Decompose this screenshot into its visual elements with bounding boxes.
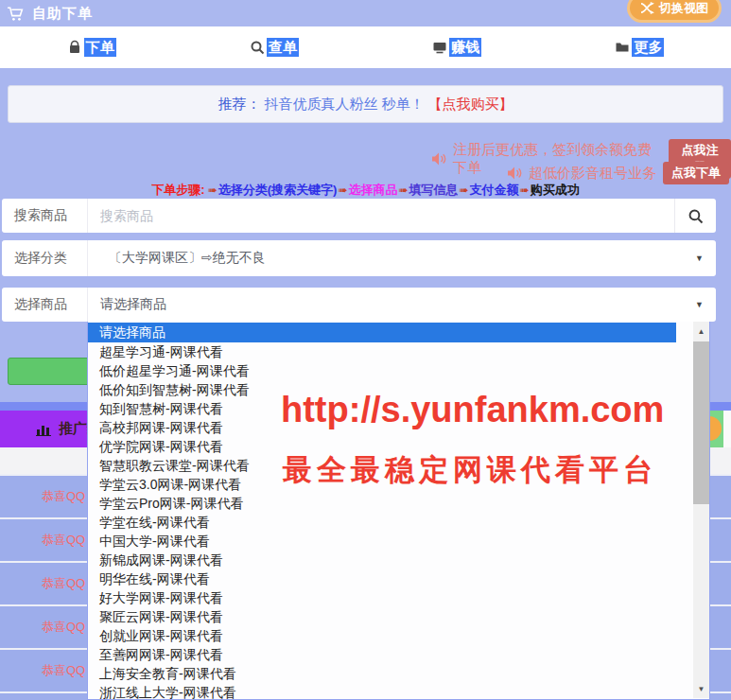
congrat-text: 恭喜QQ bbox=[42, 606, 85, 648]
dropdown-option[interactable]: 创就业网课-网课代看 bbox=[88, 626, 676, 645]
chevron-down-icon: ▼ bbox=[695, 254, 704, 263]
search-icon bbox=[687, 208, 704, 224]
dropdown-scrollbar[interactable]: ▲ ▼ bbox=[693, 322, 709, 698]
product-value: 请选择商品 bbox=[88, 296, 695, 313]
monitor-icon bbox=[432, 40, 447, 55]
scroll-down-icon[interactable]: ▼ bbox=[693, 679, 709, 698]
shuffle-icon bbox=[640, 2, 654, 14]
nav-item-order[interactable]: 下单 bbox=[0, 26, 183, 68]
step-arrow-icon: ➠ bbox=[338, 184, 347, 197]
congrat-text: 恭喜QQ bbox=[42, 650, 85, 691]
dropdown-option[interactable]: 好大学网课-网课代看 bbox=[88, 588, 676, 607]
chevron-down-icon: ▼ bbox=[695, 300, 704, 309]
dropdown-option[interactable]: 明华在线-网课代看 bbox=[88, 569, 676, 588]
speaker-icon bbox=[431, 152, 446, 166]
dropdown-option[interactable]: 至善网网课-网课代看 bbox=[88, 645, 676, 664]
nav-bar: 下单 查单 赚钱 更多 bbox=[0, 26, 731, 68]
watermark-url: http://s.yunfankm.com bbox=[281, 390, 664, 430]
nav-label-order: 下单 bbox=[84, 38, 116, 57]
product-dropdown: 请选择商品 超星学习通-网课代看 低价超星学习通-网课代看 低价知到智慧树-网课… bbox=[87, 322, 710, 700]
step-arrow-icon: ➠ bbox=[460, 184, 469, 197]
watermark-slogan: 最全最稳定网课代看平台 bbox=[283, 450, 657, 490]
congrat-text: 恭喜QQ bbox=[42, 519, 85, 561]
search-icon bbox=[250, 40, 265, 55]
step-arrow-icon: ➠ bbox=[208, 184, 218, 197]
scroll-up-icon[interactable]: ▲ bbox=[693, 322, 709, 341]
step-5: 购买成功 bbox=[531, 183, 580, 197]
dropdown-option[interactable]: 学堂云Pro网课-网课代看 bbox=[88, 494, 676, 513]
promo-prefix: 推荐： bbox=[218, 96, 260, 114]
switch-view-label: 切换视图 bbox=[659, 0, 708, 17]
notice-rent-text: 超低价影音租号业务 bbox=[529, 165, 656, 183]
dropdown-option-selected[interactable]: 请选择商品 bbox=[88, 323, 676, 342]
step-arrow-icon: ➠ bbox=[520, 184, 530, 197]
header-bar: 自助下单 bbox=[0, 0, 731, 26]
step-1: 选择分类(搜索关键字) bbox=[218, 183, 338, 197]
promo-bar: 推荐： 抖音优质真人粉丝 秒单！ 【点我购买】 bbox=[8, 85, 723, 123]
nav-item-more[interactable]: 更多 bbox=[548, 26, 731, 68]
bar-chart-icon bbox=[36, 423, 51, 436]
nav-label-check: 查单 bbox=[267, 38, 299, 57]
promo-text: 抖音优质真人粉丝 秒单！ bbox=[264, 96, 424, 114]
category-label: 选择分类 bbox=[2, 240, 88, 276]
promo-buy-link[interactable]: 【点我购买】 bbox=[428, 96, 513, 114]
dropdown-option[interactable]: 学堂在线-网课代看 bbox=[88, 513, 676, 532]
category-value: 〔大学网课区〕⇨绝无不良 bbox=[88, 250, 695, 267]
congrat-text: 恭喜QQ bbox=[42, 476, 85, 517]
step-arrow-icon: ➠ bbox=[398, 184, 408, 197]
order-steps: 下单步骤:➠选择分类(搜索关键字)➠选择商品➠填写信息➠支付金额➠购买成功 bbox=[0, 182, 731, 199]
dropdown-option[interactable]: 低价超星学习通-网课代看 bbox=[88, 361, 676, 380]
dropdown-option[interactable]: 新锦成网课-网课代看 bbox=[88, 551, 676, 569]
switch-view-button[interactable]: 切换视图 bbox=[627, 0, 722, 23]
dropdown-option[interactable]: 浙江线上大学-网课代看 bbox=[88, 683, 676, 700]
page: 自助下单 切换视图 下单 查 bbox=[0, 0, 731, 700]
step-2: 选择商品 bbox=[348, 183, 397, 197]
bag-icon bbox=[67, 40, 82, 55]
search-label: 搜索商品 bbox=[2, 199, 88, 233]
cart-icon bbox=[7, 6, 25, 22]
step-4: 支付金额 bbox=[470, 183, 519, 197]
nav-item-check[interactable]: 查单 bbox=[183, 26, 365, 68]
product-label: 选择商品 bbox=[2, 288, 88, 322]
nav-label-more: 更多 bbox=[632, 38, 664, 57]
search-input[interactable] bbox=[88, 207, 674, 224]
dropdown-option[interactable]: 聚匠云网课-网课代看 bbox=[88, 607, 676, 626]
product-select[interactable]: 选择商品 请选择商品 ▼ bbox=[2, 288, 716, 322]
search-button[interactable] bbox=[674, 199, 716, 233]
scrollbar-thumb[interactable] bbox=[693, 341, 709, 504]
folder-icon bbox=[615, 40, 630, 55]
dropdown-option[interactable]: 超星学习通-网课代看 bbox=[88, 342, 676, 361]
steps-label: 下单步骤: bbox=[151, 183, 204, 197]
nav-item-earn[interactable]: 赚钱 bbox=[366, 26, 548, 68]
page-title: 自助下单 bbox=[32, 5, 93, 23]
dropdown-option[interactable]: 中国大学-网课代看 bbox=[88, 532, 676, 551]
nav-label-earn: 赚钱 bbox=[449, 38, 481, 57]
category-select[interactable]: 选择分类 〔大学网课区〕⇨绝无不良 ▼ bbox=[2, 240, 716, 276]
dropdown-option[interactable]: 上海安全教育-网课代看 bbox=[88, 664, 676, 683]
speaker-icon bbox=[507, 166, 522, 180]
step-3: 填写信息 bbox=[409, 183, 459, 197]
search-row: 搜索商品 bbox=[2, 199, 716, 233]
congrat-text: 恭喜QQ bbox=[42, 563, 85, 604]
